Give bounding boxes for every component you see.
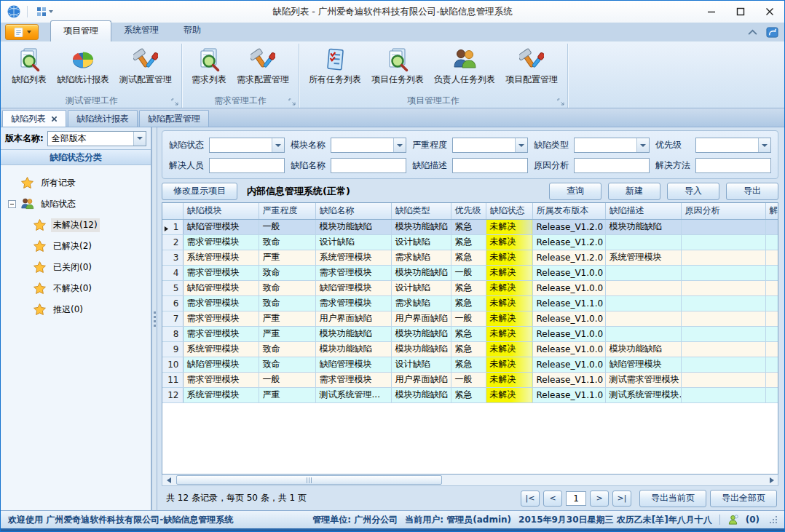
document-tab[interactable]: 缺陷列表 [2, 110, 66, 127]
close-button[interactable] [755, 1, 784, 23]
filter-text-input[interactable] [210, 159, 284, 172]
version-dropdown-icon[interactable] [133, 132, 146, 146]
new-button[interactable]: 新建 [608, 183, 660, 200]
grid-column-header[interactable]: 严重程度 [259, 203, 315, 219]
dropdown-arrow-icon[interactable] [758, 138, 770, 152]
quick-access-dropdown-icon[interactable] [49, 10, 53, 13]
tree-node[interactable]: 推迟(0) [8, 299, 149, 320]
ribbon-button[interactable]: 测试配置管理 [114, 46, 177, 87]
dropdown-arrow-icon[interactable] [272, 138, 284, 152]
document-tab[interactable]: 缺陷配置管理 [139, 110, 209, 127]
next-page-button[interactable]: > [590, 491, 609, 507]
last-page-button[interactable]: >| [612, 491, 631, 507]
tree-node[interactable]: 不解决(0) [8, 278, 149, 299]
filter-text-input[interactable] [696, 159, 770, 172]
dropdown-arrow-icon[interactable] [636, 138, 649, 152]
quick-access-toolbar[interactable] [33, 5, 56, 18]
table-row[interactable]: 5缺陷管理模块致命缺陷管理模块设计缺陷紧急未解决Release_V1.0.0 [162, 280, 778, 295]
ribbon-button[interactable]: 负责人任务列表 [429, 46, 500, 87]
filter-combo[interactable] [574, 138, 650, 153]
filter-combo[interactable] [452, 138, 528, 153]
table-row[interactable]: 3系统管理模块严重系统管理模块需求缺陷紧急未解决Release_V1.2.0系统… [162, 250, 778, 265]
ribbon-button[interactable]: 项目任务列表 [366, 46, 429, 87]
table-row[interactable]: 4需求管理模块致命需求管理模块模块功能缺陷一般未解决Release_V1.0.0 [162, 265, 778, 280]
scrollbar-thumb[interactable] [176, 475, 442, 485]
export-current-page-button[interactable]: 导出当前页 [639, 490, 706, 507]
table-row[interactable]: 11需求管理模块一般需求管理模块用户界面缺陷一般未解决Release_V1.1.… [162, 372, 778, 387]
tree-node[interactable]: 未解决(12) [8, 215, 149, 236]
grid-column-header[interactable]: 缺陷描述 [605, 203, 681, 219]
page-number-input[interactable] [566, 491, 586, 506]
table-row[interactable]: 9系统管理模块致命模块功能缺陷模块功能缺陷紧急未解决Release_V1.0.0… [162, 341, 778, 357]
tree-node[interactable]: 已关闭(0) [8, 257, 149, 278]
query-button[interactable]: 查询 [549, 183, 601, 200]
filter-text-input[interactable] [575, 159, 649, 172]
filter-input[interactable] [331, 158, 406, 173]
table-row[interactable]: 1缺陷管理模块一般模块功能缺陷模块功能缺陷紧急未解决Release_V1.2.0… [162, 219, 778, 234]
panel-splitter[interactable] [151, 127, 157, 510]
scroll-right-icon[interactable] [765, 475, 778, 485]
ribbon-tab[interactable]: 帮助 [171, 20, 213, 41]
table-row[interactable]: 7需求管理模块严重用户界面缺陷用户界面缺陷一般未解决Release_V1.0.0 [162, 311, 778, 326]
grid-column-header[interactable]: 缺陷类型 [391, 203, 451, 219]
tab-close-icon[interactable] [51, 116, 58, 122]
table-row[interactable]: 10缺陷管理模块致命缺陷管理模块设计缺陷紧急未解决Release_V1.0.0缺… [162, 357, 778, 372]
first-page-button[interactable]: |< [521, 491, 540, 507]
ribbon-button[interactable]: 项目配置管理 [500, 46, 563, 87]
filter-combo[interactable] [695, 138, 771, 153]
import-button[interactable]: 导入 [667, 183, 719, 200]
grid-column-header[interactable]: 原因分析 [681, 203, 765, 219]
grid-column-header[interactable]: 缺陷名称 [315, 203, 391, 219]
messages-person-icon[interactable] [727, 515, 738, 525]
grid-column-header[interactable]: 优先级 [451, 203, 486, 219]
help-icon[interactable] [766, 26, 778, 39]
prev-page-button[interactable]: < [543, 491, 562, 507]
ribbon-button[interactable]: 需求列表 [186, 46, 232, 87]
minimize-button[interactable] [697, 1, 726, 23]
filter-input[interactable] [695, 158, 771, 173]
grid-column-header[interactable]: 缺陷状态 [486, 203, 532, 219]
grid-column-header[interactable]: 缺陷模块 [183, 203, 259, 219]
ribbon-button[interactable]: 缺陷统计报表 [52, 46, 114, 87]
table-row[interactable]: 6需求管理模块致命需求管理模块需求缺陷紧急未解决Release_V1.1.0 [162, 295, 778, 311]
ribbon-button[interactable]: 需求配置管理 [232, 46, 294, 87]
filter-input[interactable] [209, 158, 285, 173]
grid-column-header[interactable]: 所属发布版本 [532, 203, 605, 219]
export-all-pages-button[interactable]: 导出全部页 [710, 490, 777, 507]
dropdown-arrow-icon[interactable] [393, 138, 406, 152]
grid-column-header[interactable]: 解决方法 [765, 203, 778, 219]
tree-node[interactable]: 所有记录 [8, 172, 149, 194]
ribbon-app-button[interactable] [5, 24, 39, 40]
filter-text-input[interactable] [453, 138, 515, 152]
export-button[interactable]: 导出 [726, 183, 778, 200]
filter-combo[interactable] [209, 138, 285, 153]
collapse-ribbon-icon[interactable] [748, 29, 757, 36]
resize-grip[interactable] [770, 516, 777, 523]
scroll-left-icon[interactable] [162, 475, 175, 485]
tree-collapse-icon[interactable] [8, 200, 16, 208]
filter-combo[interactable] [331, 138, 406, 153]
table-row[interactable]: 8需求管理模块严重模块功能缺陷模块功能缺陷紧急未解决Release_V1.0.0 [162, 326, 778, 341]
version-select[interactable]: 全部版本 [47, 131, 146, 146]
tree-node[interactable]: 已解决(2) [8, 236, 149, 257]
table-row[interactable]: 12系统管理模块严重测试系统管理...模块功能缺陷紧急未解决Release_V1… [162, 387, 778, 402]
ribbon-button[interactable]: 缺陷列表 [7, 46, 52, 87]
filter-text-input[interactable] [210, 138, 272, 152]
document-tab[interactable]: 缺陷统计报表 [68, 110, 138, 127]
filter-text-input[interactable] [696, 138, 758, 152]
filter-input[interactable] [452, 158, 528, 173]
modify-columns-button[interactable]: 修改显示项目 [162, 183, 237, 200]
filter-text-input[interactable] [575, 138, 636, 152]
ribbon-button[interactable]: 所有任务列表 [304, 46, 366, 87]
table-row[interactable]: 2需求管理模块致命设计缺陷设计缺陷紧急未解决Release_V1.2.0 [162, 234, 778, 250]
filter-text-input[interactable] [453, 159, 527, 172]
maximize-button[interactable] [726, 1, 755, 23]
dialog-launcher-icon[interactable] [170, 98, 178, 106]
filter-input[interactable] [574, 158, 650, 173]
filter-text-input[interactable] [331, 138, 393, 152]
dialog-launcher-icon[interactable] [288, 98, 296, 106]
scrollbar-track[interactable] [175, 475, 765, 485]
dialog-launcher-icon[interactable] [556, 98, 564, 106]
ribbon-tab[interactable]: 项目管理 [50, 20, 111, 41]
filter-text-input[interactable] [331, 159, 406, 172]
